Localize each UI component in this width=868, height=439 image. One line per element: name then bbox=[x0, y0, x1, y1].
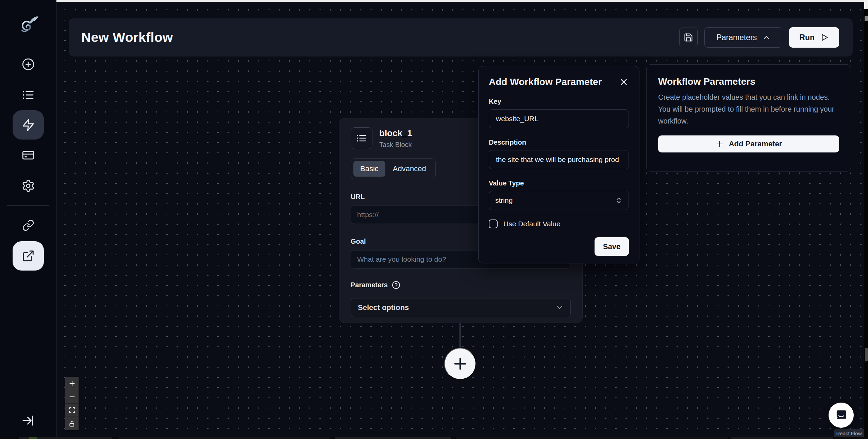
chevrons-up-down-icon bbox=[615, 197, 622, 204]
sidebar-divider bbox=[7, 205, 49, 206]
chat-bubble-icon bbox=[834, 408, 848, 422]
save-icon bbox=[684, 33, 693, 42]
chevron-down-icon bbox=[555, 304, 564, 312]
description-label: Description bbox=[489, 139, 629, 146]
plus-icon bbox=[68, 380, 76, 387]
minus-icon bbox=[68, 393, 76, 401]
workflow-header: New Workflow Parameters Run bbox=[69, 18, 853, 56]
node-title-group: block_1 Task Block bbox=[379, 128, 412, 149]
workflow-parameters-description: Create placeholder values that you can l… bbox=[658, 92, 844, 127]
parameters-button-label: Parameters bbox=[716, 33, 757, 42]
flow-edge bbox=[460, 323, 461, 349]
run-button-label: Run bbox=[799, 33, 815, 42]
close-icon bbox=[619, 77, 629, 87]
list-icon bbox=[356, 133, 367, 144]
key-input[interactable] bbox=[489, 109, 629, 128]
sidebar-item-settings[interactable] bbox=[21, 178, 36, 193]
parameters-toggle-button[interactable]: Parameters bbox=[704, 27, 782, 48]
fit-view-icon bbox=[69, 407, 76, 413]
use-default-value-label: Use Default Value bbox=[503, 220, 561, 228]
node-subtitle: Task Block bbox=[379, 141, 412, 149]
zoom-in-button[interactable] bbox=[65, 377, 79, 390]
node-icon-box bbox=[351, 127, 372, 149]
key-label: Key bbox=[489, 98, 629, 105]
tab-advanced[interactable]: Advanced bbox=[386, 161, 433, 177]
lock-button[interactable] bbox=[65, 417, 79, 430]
screen-bottom-edge bbox=[0, 437, 868, 439]
plus-icon bbox=[451, 355, 469, 373]
plus-icon bbox=[715, 140, 724, 148]
tab-basic[interactable]: Basic bbox=[353, 161, 385, 177]
chevron-up-icon bbox=[762, 33, 770, 42]
link-icon bbox=[22, 219, 34, 231]
lock-icon bbox=[69, 420, 76, 427]
zoom-out-button[interactable] bbox=[65, 390, 79, 404]
sidebar-item-workflows[interactable] bbox=[13, 110, 44, 140]
parameters-select-value: Select options bbox=[358, 303, 409, 312]
sidebar-item-external-link[interactable] bbox=[13, 241, 44, 271]
sidebar-collapse-button[interactable] bbox=[20, 412, 36, 429]
page-title: New Workflow bbox=[81, 30, 173, 45]
sidebar-item-integrations[interactable] bbox=[21, 218, 36, 233]
use-default-value-checkbox[interactable] bbox=[489, 220, 498, 228]
lightning-icon bbox=[21, 118, 35, 132]
chat-launcher-button[interactable] bbox=[829, 403, 854, 428]
play-icon bbox=[820, 33, 829, 42]
modal-title: Add Workflow Parameter bbox=[489, 77, 602, 87]
help-circle-icon[interactable] bbox=[392, 281, 400, 289]
modal-close-button[interactable] bbox=[619, 77, 629, 87]
description-input[interactable] bbox=[489, 150, 629, 169]
run-button[interactable]: Run bbox=[789, 27, 839, 48]
workflow-parameters-title: Workflow Parameters bbox=[658, 76, 839, 87]
value-type-select[interactable]: string bbox=[489, 191, 629, 210]
fit-view-button[interactable] bbox=[65, 404, 79, 417]
node-title: block_1 bbox=[379, 128, 412, 139]
sidebar bbox=[0, 0, 56, 439]
canvas-controls bbox=[65, 377, 79, 430]
credit-card-icon bbox=[22, 149, 35, 162]
workflow-editor: New Workflow Parameters Run bbox=[0, 0, 868, 439]
parameters-label: Parameters bbox=[351, 281, 388, 289]
workflow-parameters-panel: Workflow Parameters Create placeholder v… bbox=[646, 64, 851, 172]
save-button[interactable] bbox=[679, 28, 698, 47]
list-icon bbox=[22, 88, 35, 101]
node-tabs: Basic Advanced bbox=[351, 158, 436, 179]
sidebar-item-create[interactable] bbox=[21, 57, 36, 72]
value-type-value: string bbox=[495, 196, 513, 205]
plus-circle-icon bbox=[22, 58, 35, 71]
external-link-icon bbox=[22, 249, 35, 262]
add-parameter-button-label: Add Parameter bbox=[729, 140, 782, 148]
add-node-button[interactable] bbox=[444, 348, 476, 380]
header-actions: Parameters Run bbox=[679, 27, 839, 48]
modal-save-button[interactable]: Save bbox=[595, 237, 629, 256]
parameters-select[interactable]: Select options bbox=[351, 298, 571, 317]
screen-right-edge bbox=[864, 0, 868, 439]
sidebar-item-tasks[interactable] bbox=[21, 87, 36, 102]
window-top-edge bbox=[56, 0, 864, 2]
add-parameter-button[interactable]: Add Parameter bbox=[658, 135, 839, 152]
sidebar-item-billing[interactable] bbox=[21, 148, 36, 163]
skyvern-logo-icon bbox=[16, 14, 40, 37]
add-parameter-modal: Add Workflow Parameter Key Description V… bbox=[478, 66, 639, 263]
value-type-label: Value Type bbox=[489, 179, 629, 187]
arrow-right-to-line-icon bbox=[21, 414, 35, 427]
gear-icon bbox=[21, 179, 35, 193]
